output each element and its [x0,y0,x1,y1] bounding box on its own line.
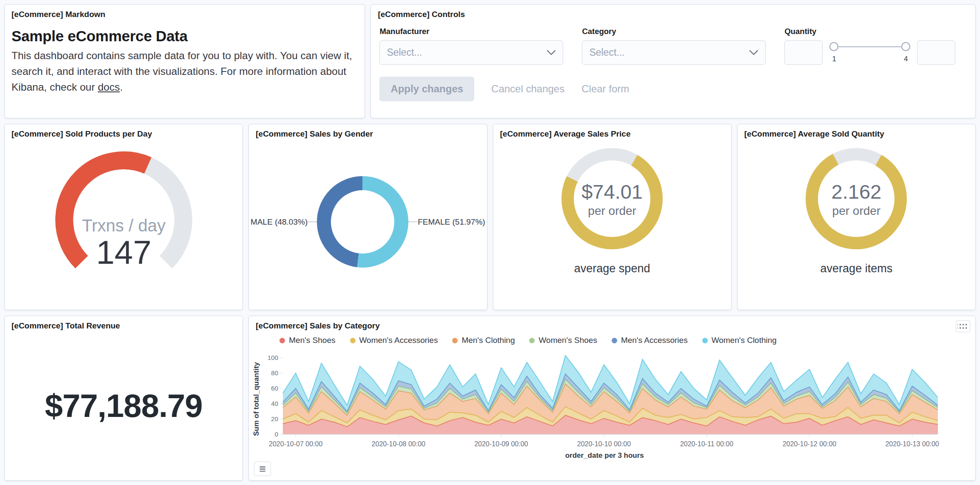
panel-sales-by-gender: [eCommerce] Sales by Gender MALE (48.03%… [248,124,487,310]
price-ring[interactable]: $74.01 per order [561,148,663,249]
panel-average-sold-quantity: [eCommerce] Average Sold Quantity 2.162 … [737,124,976,310]
gauge-value: 147 [96,234,151,271]
category-group: Category Select... [582,27,766,65]
legend-dot [350,338,356,343]
slider-track[interactable] [829,42,910,52]
cancel-changes-link[interactable]: Cancel changes [491,83,564,95]
clear-form-link[interactable]: Clear form [581,83,629,95]
y-tick-label: 80 [271,369,279,377]
donut-hole [331,190,394,254]
controls-fields-row: Manufacturer Select... Category Select..… [379,27,967,65]
panel-title: [eCommerce] Average Sold Quantity [738,124,975,139]
quantity-label: Quantity [784,27,955,36]
legend-dot [702,338,708,343]
x-tick-label: 2020-10-12 00:00 [783,440,836,448]
quantity-range-slider: 1 4 [829,42,910,63]
legend-dot [279,338,285,343]
panel-title: [eCommerce] Markdown [5,5,365,19]
panel-sales-by-category: [eCommerce] Sales by Category Men's Shoe… [248,316,976,481]
quantity-value: 2.162 [832,180,882,203]
quantity-caption: average items [820,262,893,275]
y-tick-label: 60 [271,385,279,392]
legend-item[interactable]: Women's Shoes [529,336,597,345]
y-tick-label: 100 [268,354,278,361]
manufacturer-placeholder: Select... [387,47,422,58]
panel-total-revenue: [eCommerce] Total Revenue $77,188.79 [4,316,243,481]
legend-dot [612,338,617,343]
markdown-body: This dashboard contains sample data for … [11,48,358,95]
docs-link[interactable]: docs [98,81,120,93]
legend-label: Women's Shoes [538,336,597,345]
quantity-sublabel: per order [832,204,881,218]
panel-sold-products-per-day: [eCommerce] Sold Products per Day Trxns … [4,124,243,310]
apply-changes-button[interactable]: Apply changes [379,77,474,101]
gauge-label: Trxns / day [82,216,165,235]
dashboard: [eCommerce] Markdown Sample eCommerce Da… [0,0,980,485]
panel-markdown: [eCommerce] Markdown Sample eCommerce Da… [4,4,365,118]
panel-average-sales-price: [eCommerce] Average Sales Price $74.01 p… [493,124,732,310]
x-tick-label: 2020-10-07 00:00 [269,440,322,448]
legend-label: Women's Clothing [712,336,777,345]
quantity-center: 2.162 per order [806,148,907,249]
panel-title: [eCommerce] Sold Products per Day [5,124,242,139]
markdown-body-end: . [120,81,123,93]
x-axis-title: order_date per 3 hours [264,451,945,460]
legend-label: Women's Accessories [359,336,438,345]
manufacturer-group: Manufacturer Select... [379,27,563,65]
quantity-min-input[interactable] [784,40,823,65]
markdown-heading: Sample eCommerce Data [11,28,358,45]
legend-item[interactable]: Women's Accessories [350,336,438,345]
chevron-down-icon [749,50,758,56]
legend-dot [452,338,458,343]
category-placeholder: Select... [589,47,624,58]
revenue-value: $77,188.79 [45,387,202,424]
price-value: $74.01 [581,180,643,203]
legend-item[interactable]: Men's Accessories [612,336,688,345]
quantity-group: Quantity 1 4 [784,27,955,65]
price-caption: average spend [574,262,650,275]
x-tick-label: 2020-10-08 00:00 [372,440,425,448]
female-slice-label: FEMALE (51.97%) [418,217,485,227]
panel-controls: [eCommerce] Controls Manufacturer Select… [370,4,976,118]
panel-title: [eCommerce] Sales by Category [249,316,975,331]
quantity-ring[interactable]: 2.162 per order [806,148,907,249]
price-sublabel: per order [588,204,636,218]
slider-thumb-min[interactable] [829,42,838,51]
controls-buttons-row: Apply changes Cancel changes Clear form [379,77,967,101]
manufacturer-select[interactable]: Select... [379,40,563,65]
category-select[interactable]: Select... [582,40,766,65]
sales-by-category-chart: 0204060801002020-10-07 00:002020-10-08 0… [262,347,942,451]
category-label: Category [582,27,766,36]
price-center: $74.01 per order [561,148,663,249]
male-slice-label: MALE (48.03%) [251,217,308,227]
y-tick-label: 20 [271,415,279,422]
y-axis-title: Sum of total_quantity [252,362,261,436]
revenue-metric: $77,188.79 [5,331,242,480]
slider-max-label: 4 [904,55,908,63]
quantity-max-input[interactable] [917,40,955,65]
gender-donut[interactable] [317,176,408,268]
legend-dot [529,338,535,343]
female-label-connector [408,222,418,222]
quantity-row: 1 4 [784,40,955,65]
slider-thumb-max[interactable] [901,42,910,51]
gauge-svg: Trxns / day 147 [34,146,213,288]
legend-label: Men's Shoes [289,336,335,345]
legend-label: Men's Accessories [621,336,688,345]
y-tick-label: 0 [275,431,278,438]
legend-item[interactable]: Men's Shoes [279,336,335,345]
x-tick-label: 2020-10-11 00:00 [680,440,733,448]
slider-labels: 1 4 [829,52,910,63]
legend-item[interactable]: Women's Clothing [702,336,777,345]
category-chart-row: Sum of total_quantity 0204060801002020-1… [252,347,975,451]
x-tick-label: 2020-10-09 00:00 [474,440,528,448]
markdown-body-text: This dashboard contains sample data for … [11,50,352,93]
panel-title: [eCommerce] Total Revenue [5,316,242,331]
gender-donut-chart: MALE (48.03%) FEMALE (51.97%) [249,176,487,268]
legend-item[interactable]: Men's Clothing [452,336,515,345]
chevron-down-icon [547,50,556,56]
manufacturer-label: Manufacturer [379,27,563,36]
legend-toggle-icon[interactable]: ≣ [254,462,271,476]
panel-title: [eCommerce] Sales by Gender [249,124,487,139]
panel-menu-icon[interactable] [956,320,970,332]
